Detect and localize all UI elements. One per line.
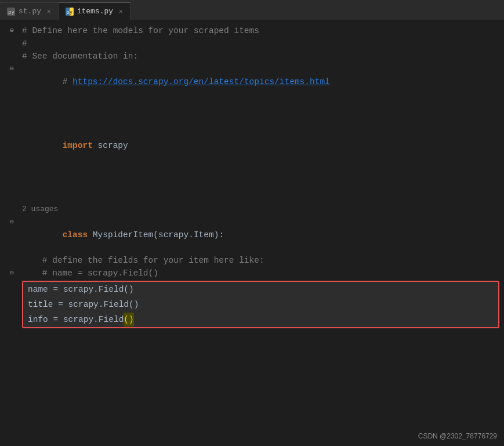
gutter-commented-name: ⊖	[0, 267, 17, 280]
tab-bar: py st.py ✕ p y items.py ✕	[0, 0, 504, 20]
line-content-e2	[17, 177, 27, 190]
line-content-class: class MyspiderItem(scrapy.Item):	[17, 216, 224, 254]
code-line-e1	[0, 165, 504, 177]
highlight-line-1: name = scrapy.Field()	[23, 282, 498, 297]
code-line-3: # See documentation in:	[0, 50, 504, 63]
fold-icon-4[interactable]: ⊖	[10, 63, 14, 75]
line-content-usages: 2 usages	[17, 203, 58, 216]
editor-container: py st.py ✕ p y items.py ✕ ⊖	[0, 0, 504, 446]
line-content-2: #	[17, 37, 27, 50]
fold-icon-1[interactable]: ⊖	[10, 24, 14, 37]
tab-settings[interactable]: py st.py ✕	[0, 2, 59, 20]
tab-items-close[interactable]: ✕	[119, 8, 123, 15]
code-area: ⊖ # Define here the models for your scra…	[0, 20, 504, 446]
code-line-import: import scrapy	[0, 126, 504, 165]
code-line-usages: 2 usages	[0, 203, 504, 216]
highlight-line-3: info = scrapy.Field()	[23, 312, 498, 327]
code-line-4: ⊖ # https://docs.scrapy.org/en/latest/to…	[0, 63, 504, 101]
svg-text:p: p	[66, 9, 69, 14]
py-icon-settings: py	[7, 8, 15, 16]
py-icon-items: p y	[66, 8, 74, 16]
highlight-line-2: title = scrapy.Field()	[23, 297, 498, 312]
code-line-commented-name: ⊖ # name = scrapy.Field()	[0, 267, 504, 280]
svg-text:py: py	[8, 9, 14, 15]
code-line-6	[0, 114, 504, 126]
line-content-4: # https://docs.scrapy.org/en/latest/topi…	[17, 63, 330, 101]
tab-settings-label: st.py	[19, 7, 41, 16]
gutter-1: ⊖	[0, 24, 17, 37]
watermark: CSDN @2302_78776729	[418, 432, 497, 440]
fold-icon-commented[interactable]: ⊖	[10, 267, 14, 280]
gutter-4: ⊖	[0, 63, 17, 75]
gutter-class: ⊖	[0, 216, 17, 229]
line-content-define: # define the fields for your item here l…	[17, 254, 264, 267]
highlight-box: name = scrapy.Field() title = scrapy.Fie…	[22, 281, 499, 328]
svg-text:y: y	[70, 9, 72, 14]
tab-items[interactable]: p y items.py ✕	[59, 2, 130, 20]
tab-settings-close[interactable]: ✕	[47, 8, 51, 15]
tab-items-label: items.py	[77, 7, 113, 16]
code-line-class: ⊖ class MyspiderItem(scrapy.Item):	[0, 216, 504, 254]
line-content-e3	[17, 190, 27, 203]
line-content-commented-name: # name = scrapy.Field()	[17, 267, 158, 280]
fold-icon-class[interactable]: ⊖	[10, 216, 14, 229]
line-content-e1	[17, 165, 27, 177]
code-line-5	[0, 101, 504, 114]
code-line-define: # define the fields for your item here l…	[0, 254, 504, 267]
line-content-3: # See documentation in:	[17, 50, 138, 63]
line-content-import: import scrapy	[17, 126, 128, 165]
code-line-2: #	[0, 37, 504, 50]
code-line-e3	[0, 190, 504, 203]
code-line-1: ⊖ # Define here the models for your scra…	[0, 24, 504, 37]
line-content-1: # Define here the models for your scrape…	[17, 24, 259, 37]
url-link[interactable]: https://docs.scrapy.org/en/latest/topics…	[72, 77, 330, 86]
line-content-5	[17, 101, 27, 114]
line-content-6	[17, 114, 27, 126]
code-line-e2	[0, 177, 504, 190]
